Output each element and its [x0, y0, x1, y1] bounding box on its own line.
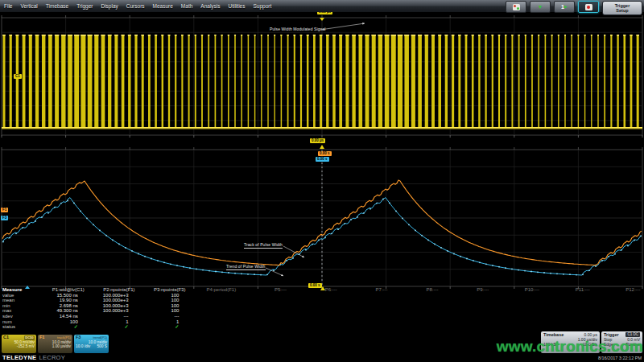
bottom-time-badge[interactable]: 0.00 s: [308, 283, 322, 288]
f3-zero-badge[interactable]: F3: [1, 216, 8, 220]
measure-status-check: ✓: [88, 324, 138, 330]
f1-time-badge[interactable]: 0.00 s: [318, 151, 332, 156]
measure-header[interactable]: P2:npoints(F1): [88, 287, 138, 293]
auto-trigger-icon[interactable]: ▼: [530, 1, 551, 13]
measure-header[interactable]: P12:---: [593, 287, 644, 293]
c1-label: C1: [3, 335, 9, 340]
measure-header[interactable]: P11:---: [543, 287, 593, 293]
measure-value: 1: [138, 319, 189, 325]
teledyne-lecroy-logo: TELEDYNELECROY: [2, 354, 65, 361]
oscilloscope-screen: FileVerticalTimebaseTriggerDisplayCursor…: [0, 0, 644, 362]
measure-column-p1: P1:wid@lv(C1)15.500 ns19.90 ns2.698 ns49…: [37, 287, 88, 330]
menu-item-file[interactable]: File: [4, 3, 12, 9]
clock-timestamp: 8/16/2017 3:22:12 PM: [598, 356, 642, 360]
measure-row-label-max: max: [2, 308, 37, 314]
c1-offset: -152.5 mV: [3, 344, 35, 349]
menu-item-display[interactable]: Display: [101, 3, 118, 9]
measure-column-p10: P10:---: [492, 287, 543, 330]
timebase-title: Timebase: [543, 332, 564, 337]
f1-label: F1: [39, 335, 44, 340]
measure-header[interactable]: P4:period(F1): [188, 287, 239, 293]
toolbar: ▼ 1▶ Trigger Setup: [506, 0, 644, 15]
measure-columns: P1:wid@lv(C1)15.500 ns19.90 ns2.698 ns49…: [37, 287, 644, 330]
measure-header[interactable]: P1:wid@lv(C1): [37, 287, 88, 293]
measure-value: 1: [88, 319, 138, 325]
measure-value: 14.54 ns: [37, 314, 88, 319]
divider-time-badge[interactable]: 0.00 µs: [310, 138, 325, 143]
measure-value: 100.000e+3: [88, 303, 138, 309]
stop-trigger-icon[interactable]: [578, 1, 599, 13]
c1-descriptor-box[interactable]: C1 DC50 50.0 mV/div -152.5 mV: [2, 335, 36, 353]
c1-level-badge[interactable]: C1: [14, 74, 22, 79]
f3-function: trend(P1): [93, 335, 107, 340]
touch-screen-icon[interactable]: [506, 1, 526, 13]
divider-marker[interactable]: [320, 145, 324, 149]
menu-item-support[interactable]: Support: [253, 3, 271, 9]
measure-row-label-value: value: [2, 293, 37, 298]
menu-item-analysis[interactable]: Analysis: [200, 3, 220, 9]
measure-value: 100: [138, 308, 189, 314]
menu-item-cursors[interactable]: Cursors: [126, 3, 145, 9]
measure-row-label-status: status: [2, 324, 37, 330]
menu-item-measure[interactable]: Measure: [153, 3, 173, 9]
measure-value: 49.300 ns: [37, 308, 88, 314]
stop-chip-icon: [585, 4, 592, 10]
measure-row-label-num: num: [2, 319, 37, 325]
measure-row-label-mean: mean: [2, 298, 37, 303]
c1-coupling-chip: DC50: [24, 335, 35, 340]
measure-value: 100.000e+3: [88, 308, 138, 314]
measure-header[interactable]: P7:---: [341, 287, 391, 293]
measure-value: 100.000e+3: [88, 298, 138, 303]
measure-header[interactable]: P9:---: [441, 287, 492, 293]
f1-function: track(P1): [57, 335, 71, 340]
measure-column-p9: P9:---: [441, 287, 492, 330]
measure-column-p12: P12:---: [593, 287, 644, 330]
menu-item-trigger[interactable]: Trigger: [76, 3, 93, 9]
single-trigger-icon[interactable]: 1▶: [554, 1, 575, 13]
measure-row-label-sdev: sdev: [2, 314, 37, 319]
menu-item-vertical[interactable]: Vertical: [20, 3, 37, 9]
measure-value: 19.90 ns: [37, 298, 88, 303]
menu-item-timebase[interactable]: Timebase: [46, 3, 68, 9]
pwm-annotation: Pulse Width Modulated Signal: [270, 27, 326, 31]
measure-header[interactable]: P10:---: [492, 287, 543, 293]
f3-length: 500 S: [97, 344, 107, 349]
measure-table: Measurevaluemeanminmaxsdevnumstatus P1:w…: [0, 287, 644, 330]
measure-column-p5: P5:---: [239, 287, 290, 330]
measure-column-p4: P4:period(F1): [188, 287, 239, 330]
measure-value: 100: [37, 319, 88, 325]
watermark: www.cntronics.com: [497, 338, 643, 356]
f1-descriptor-box[interactable]: F1 track(P1) 10.0 ns/div 1.00 µs/div: [38, 335, 72, 353]
f3-descriptor-box[interactable]: F3 trend(P1) 10.0 ns/div 10.0 /div 500 S: [74, 335, 109, 353]
measure-row-label-min: min: [2, 303, 37, 309]
measure-column-p3: P3:npoints(F3)100100100100---1✓: [138, 287, 189, 330]
measure-value: 15.500 ns: [37, 293, 88, 298]
measure-status-check: ✓: [37, 324, 88, 330]
measure-column-p11: P11:---: [543, 287, 593, 330]
measure-column-p7: P7:---: [341, 287, 391, 330]
measure-value: ---: [88, 314, 138, 319]
measure-header[interactable]: P5:---: [239, 287, 290, 293]
f1-hscale: 1.00 µs/div: [39, 344, 71, 349]
touch-chip-icon: [513, 4, 520, 10]
measure-value: 100: [138, 293, 189, 298]
track-annotation: Track of Pulse Width: [244, 242, 283, 249]
measure-value: 2.698 ns: [37, 303, 88, 309]
measure-column-p8: P8:---: [391, 287, 442, 330]
f3-label: F3: [76, 335, 80, 340]
measure-header[interactable]: P3:npoints(F3): [138, 287, 189, 293]
trend-annotation: Trend of Pulse Width: [226, 264, 266, 270]
measure-header[interactable]: P8:---: [391, 287, 442, 293]
measure-row-label-measure: Measure: [2, 287, 37, 293]
f1-zero-badge[interactable]: F1: [1, 208, 8, 212]
menu-item-utilities[interactable]: Utilities: [229, 3, 246, 9]
f3-hscale: 10.0 /div: [76, 344, 90, 349]
measure-row-labels: Measurevaluemeanminmaxsdevnumstatus: [0, 287, 37, 330]
measure-column-p6: P6:---: [290, 287, 341, 330]
measure-value: ---: [138, 314, 189, 319]
trigger-setup-button[interactable]: Trigger Setup: [602, 1, 642, 15]
measure-column-p2: P2:npoints(F1)100.000e+3100.000e+3100.00…: [88, 287, 138, 330]
f3-time-badge[interactable]: 0.00 s: [316, 157, 329, 162]
measure-value: 100: [138, 303, 189, 309]
menu-item-math[interactable]: Math: [181, 3, 192, 9]
